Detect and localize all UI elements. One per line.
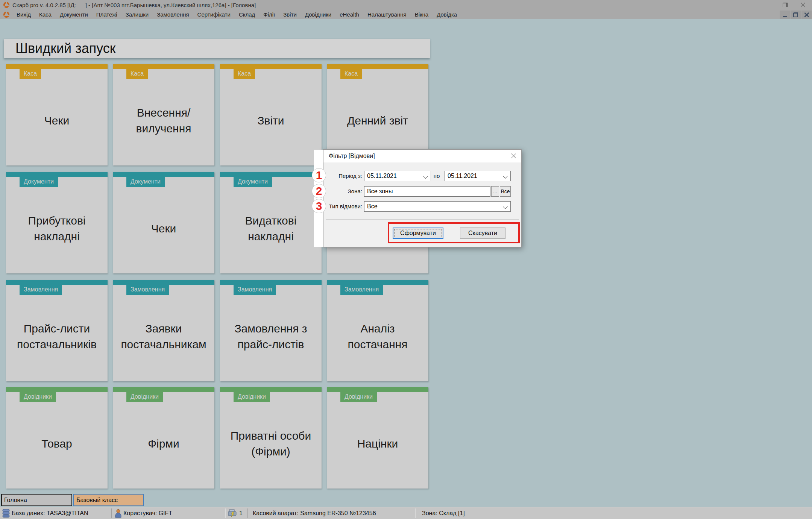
annotation-strip [314, 150, 323, 247]
tile-label: Внесення/вилучення [115, 80, 212, 162]
tile-category-tag: Замовлення [126, 285, 169, 295]
status-zone: Зона: Склад [1] [422, 507, 465, 519]
status-cash-register: Касовий апарат: Samsung ER-350 №123456 [253, 507, 376, 519]
menu-settings[interactable]: Налаштування [363, 10, 411, 19]
restore-icon [793, 12, 798, 17]
app-logo-icon [3, 2, 9, 8]
tile-ord-zamovlennia[interactable]: Замовлення Замовлення з прайс-листів [220, 280, 322, 381]
annotation-marker-1: 1 [312, 168, 326, 182]
period-from-combobox[interactable]: 05.11.2021 [364, 171, 431, 181]
status-register-count: 1 [239, 507, 243, 519]
period-from-value: 05.11.2021 [367, 173, 397, 179]
refusal-type-value: Все [367, 203, 378, 210]
tile-kasa-cheky[interactable]: Каса Чеки [6, 64, 108, 165]
chevron-down-icon [423, 174, 428, 179]
tile-category-bar [6, 387, 108, 392]
tile-ord-analiz[interactable]: Замовлення Аналіз постачання [327, 280, 428, 381]
menu-windows[interactable]: Вікна [411, 10, 433, 19]
tile-category-tag: Замовлення [20, 285, 62, 295]
zone-input[interactable]: Все зоны [364, 186, 490, 197]
dialog-close-button[interactable] [511, 153, 516, 159]
menu-bar: Вихід Каса Документи Платежі Залишки Зам… [0, 10, 812, 19]
status-divider [247, 508, 248, 518]
tile-category-tag: Документи [20, 177, 58, 187]
tile-doc-vydatkovi[interactable]: Документи Видаткові накладні [220, 172, 322, 273]
mdi-close-button[interactable] [801, 11, 812, 19]
tile-category-bar [327, 387, 428, 392]
menu-orders[interactable]: Замовлення [153, 10, 193, 19]
tile-category-bar [6, 172, 108, 177]
status-bar: База даних: TASA3@TITAN Користувач: GIFT… [0, 507, 812, 519]
tile-ord-zayavky[interactable]: Замовлення Заявки постачальникам [113, 280, 214, 381]
tile-dir-firmy[interactable]: Довідники Фірми [113, 387, 214, 489]
tile-category-bar [113, 387, 214, 392]
tile-category-tag: Каса [234, 69, 255, 79]
status-divider [415, 508, 416, 518]
zone-browse-button[interactable]: ... [491, 186, 499, 197]
menu-help[interactable]: Довідка [433, 10, 461, 19]
tile-kasa-vnesennia[interactable]: Каса Внесення/вилучення [113, 64, 214, 165]
tile-category-bar [220, 387, 322, 392]
close-button[interactable] [794, 0, 812, 10]
annotation-highlight-rect [388, 222, 520, 243]
menu-reports[interactable]: Звіти [279, 10, 301, 19]
tile-category-bar [220, 172, 322, 177]
status-user: Користувач: GIFT [123, 507, 172, 519]
refusal-type-label: Тип відмови: [323, 201, 362, 212]
tile-label: Чеки [115, 188, 212, 270]
minimize-button[interactable] [758, 0, 776, 10]
menu-documents[interactable]: Документи [56, 10, 92, 19]
mdi-window-controls [780, 11, 812, 19]
tile-label: Приватні особи (Фірми) [223, 403, 319, 485]
tile-category-bar [113, 64, 214, 69]
tile-category-tag: Довідники [20, 392, 56, 402]
tile-label: Товар [9, 403, 105, 485]
database-icon [2, 509, 11, 519]
tile-label: Заявки постачальникам [115, 296, 212, 378]
tab-bazovyi-klass[interactable]: Базовый класс [73, 494, 144, 506]
restore-icon [783, 3, 788, 7]
restore-button[interactable] [776, 0, 794, 10]
refusal-type-combobox[interactable]: Все [364, 201, 511, 212]
mdi-child-icon [3, 12, 9, 18]
menu-branches[interactable]: Філії [259, 10, 279, 19]
tile-kasa-zvity[interactable]: Каса Звіти [220, 64, 322, 165]
menu-ehealth[interactable]: eHealth [335, 10, 363, 19]
menu-certificates[interactable]: Сертифікати [193, 10, 235, 19]
period-to-label: по [431, 171, 442, 181]
tile-category-bar [6, 64, 108, 69]
tile-label: Звіти [223, 80, 319, 162]
mdi-restore-button[interactable] [791, 11, 801, 19]
tile-dir-pryvatni[interactable]: Довідники Приватні особи (Фірми) [220, 387, 322, 489]
tile-category-tag: Замовлення [234, 285, 276, 295]
tile-dir-natsinky[interactable]: Довідники Націнки [327, 387, 428, 489]
tile-label: Аналіз постачання [329, 296, 426, 378]
tile-category-tag: Довідники [126, 392, 163, 402]
menu-payments[interactable]: Платежі [92, 10, 121, 19]
chevron-down-icon [503, 204, 508, 209]
tile-category-tag: Каса [20, 69, 41, 79]
tile-label: Замовлення з прайс-листів [223, 296, 319, 378]
cash-register-icon [228, 509, 237, 519]
annotation-marker-2: 2 [312, 184, 326, 198]
period-to-combobox[interactable]: 05.11.2021 [445, 171, 511, 181]
tile-doc-prybutkovi[interactable]: Документи Прибуткові накладні [6, 172, 108, 273]
mdi-minimize-button[interactable] [780, 11, 790, 19]
menu-kasa[interactable]: Каса [35, 10, 56, 19]
menu-warehouse[interactable]: Склад [235, 10, 259, 19]
zone-all-button[interactable]: Все [500, 186, 511, 197]
menu-stock[interactable]: Залишки [121, 10, 153, 19]
dialog-separator [326, 219, 519, 220]
window-controls [758, 0, 812, 10]
status-divider [225, 508, 226, 518]
tile-category-tag: Довідники [340, 392, 377, 402]
tile-dir-tovar[interactable]: Довідники Товар [6, 387, 108, 489]
tile-doc-cheky[interactable]: Документи Чеки [113, 172, 214, 273]
tile-label: Фірми [115, 403, 212, 485]
menu-exit[interactable]: Вихід [12, 10, 35, 19]
menu-directories[interactable]: Довідники [301, 10, 335, 19]
tile-ord-price-lists[interactable]: Замовлення Прайс-листи постачальників [6, 280, 108, 381]
tile-category-bar [327, 64, 428, 69]
tab-holovna[interactable]: Головна [1, 494, 72, 506]
tile-category-tag: Каса [126, 69, 148, 79]
